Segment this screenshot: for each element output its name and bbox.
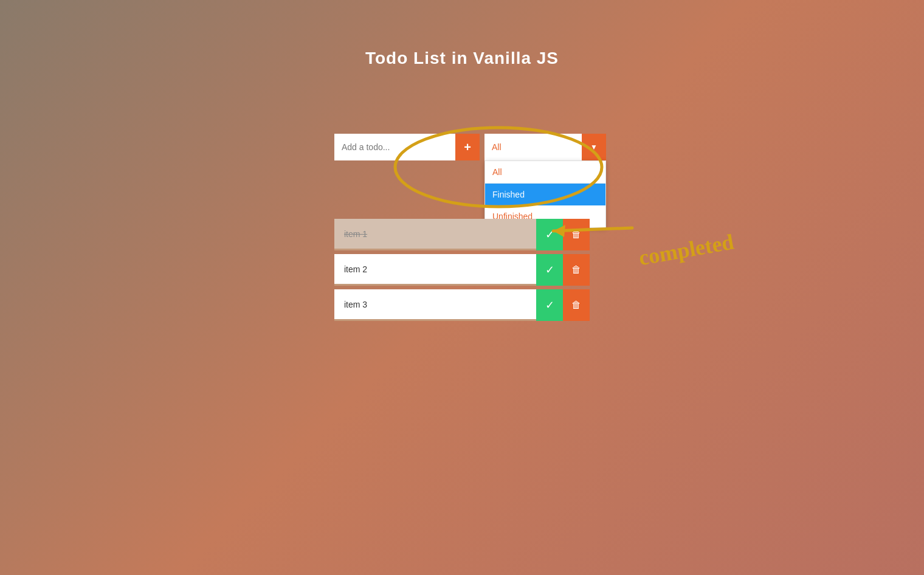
check-button-2[interactable]: ✓ <box>536 254 563 286</box>
add-button[interactable]: + <box>455 134 480 160</box>
chevron-down-icon: ▼ <box>590 143 598 151</box>
delete-button-1[interactable]: 🗑 <box>563 219 590 250</box>
trash-icon: 🗑 <box>571 264 581 275</box>
trash-icon: 🗑 <box>571 300 581 311</box>
input-group: + <box>334 134 480 160</box>
filter-top-row: All ▼ <box>484 134 606 160</box>
todo-item: item 3 ✓ 🗑 <box>334 289 590 321</box>
todo-text-1: item 1 <box>334 219 536 250</box>
checkmark-icon: ✓ <box>545 298 554 312</box>
filter-option-all-top[interactable]: All <box>485 161 605 184</box>
filter-container: All ▼ All Finished Unfinished <box>484 134 606 160</box>
checkmark-icon: ✓ <box>545 263 554 277</box>
todo-item: item 1 ✓ 🗑 <box>334 219 590 250</box>
todo-text-3: item 3 <box>334 289 536 321</box>
delete-button-2[interactable]: 🗑 <box>563 254 590 286</box>
delete-button-3[interactable]: 🗑 <box>563 289 590 321</box>
annotation-text: completed <box>637 229 736 271</box>
page-title: Todo List in Vanilla JS <box>0 0 924 68</box>
todo-input[interactable] <box>334 134 455 160</box>
checkmark-icon: ✓ <box>545 228 554 241</box>
filter-arrow-button[interactable]: ▼ <box>582 134 606 160</box>
todo-list: item 1 ✓ 🗑 item 2 ✓ 🗑 item 3 ✓ 🗑 <box>334 219 590 325</box>
app-container: + All ▼ All Finished Unfinished <box>334 134 590 160</box>
todo-item: item 2 ✓ 🗑 <box>334 254 590 286</box>
filter-display[interactable]: All <box>484 134 582 160</box>
filter-option-finished[interactable]: Finished <box>485 184 605 205</box>
check-button-1[interactable]: ✓ <box>536 219 563 250</box>
check-button-3[interactable]: ✓ <box>536 289 563 321</box>
filter-dropdown: All Finished Unfinished <box>484 160 606 228</box>
trash-icon: 🗑 <box>571 229 581 240</box>
todo-text-2: item 2 <box>334 254 536 286</box>
controls-row: + All ▼ All Finished Unfinished <box>334 134 590 160</box>
